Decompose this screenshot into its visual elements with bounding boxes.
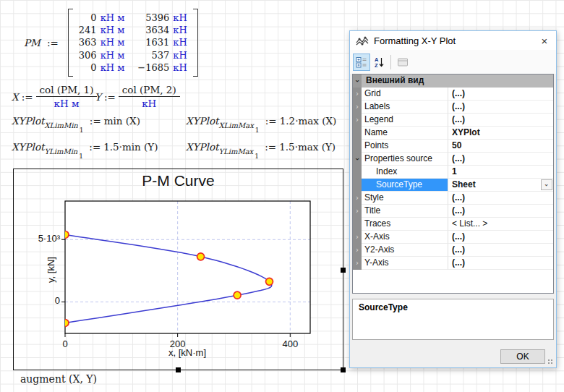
property-row[interactable]: ›Labels(...): [353, 101, 553, 114]
row-gutter[interactable]: ›: [353, 101, 362, 114]
property-value[interactable]: < List... >: [448, 218, 553, 231]
property-name[interactable]: Legend: [362, 114, 448, 127]
chevron-right-icon[interactable]: ›: [356, 116, 359, 124]
row-gutter[interactable]: [353, 127, 362, 140]
chevron-right-icon[interactable]: ›: [356, 234, 359, 241]
xy-plot-region[interactable]: P-M Curve y, [kN] x, [kN·m] 020040005·10…: [13, 169, 343, 370]
close-icon[interactable]: ×: [533, 31, 556, 50]
row-gutter[interactable]: [353, 218, 362, 231]
y-denominator-unit: кН: [119, 97, 180, 109]
property-row[interactable]: Points50: [353, 140, 553, 153]
y-numerator: col (PM, 2): [119, 84, 180, 97]
property-row[interactable]: ›X-Axis(...): [353, 231, 553, 244]
row-gutter[interactable]: ›: [353, 244, 362, 257]
property-value[interactable]: (...): [448, 257, 553, 270]
property-row[interactable]: ›Grid(...): [353, 88, 553, 101]
matrix-cell-value: 3634: [145, 24, 169, 36]
xlimmax-definition[interactable]: XYPlotXLimMax1 :=1.2·max (X): [186, 115, 336, 134]
property-row[interactable]: SourceTypeSheet›: [353, 179, 553, 192]
property-grid: ›Внешний вид›Grid(...)›Labels(...)›Legen…: [352, 74, 554, 294]
property-value[interactable]: XYPlot: [448, 127, 553, 140]
property-name[interactable]: Points: [362, 140, 448, 153]
property-name[interactable]: SourceType: [362, 179, 448, 192]
chevron-right-icon[interactable]: ›: [356, 195, 359, 202]
matrix-cell-value: 537: [152, 49, 170, 61]
chevron-down-icon[interactable]: ›: [354, 158, 361, 161]
resize-handle-corner[interactable]: [341, 367, 346, 372]
xlimmin-definition[interactable]: XYPlotXLimMin1 :=min (X): [12, 115, 140, 134]
plot-input-expression[interactable]: augment (X, Y): [20, 373, 97, 385]
property-value[interactable]: 1: [448, 166, 553, 179]
property-name[interactable]: Title: [362, 205, 448, 218]
property-row[interactable]: ›Properties source(...): [353, 153, 553, 166]
resize-handle-right[interactable]: [341, 268, 346, 273]
property-row[interactable]: ›Y-Axis(...): [353, 257, 553, 270]
row-gutter[interactable]: ›: [353, 114, 362, 127]
category-row[interactable]: ›Внешний вид: [353, 74, 553, 88]
property-value[interactable]: (...): [448, 101, 553, 114]
chevron-right-icon[interactable]: ›: [356, 208, 359, 215]
property-row[interactable]: ›Title(...): [353, 205, 553, 218]
dialog-titlebar[interactable]: Formatting X-Y Plot ×: [350, 31, 556, 50]
property-value[interactable]: (...): [448, 231, 553, 244]
chevron-right-icon[interactable]: ›: [356, 247, 359, 254]
property-value[interactable]: (...): [448, 88, 553, 101]
row-gutter[interactable]: ›: [353, 192, 362, 205]
property-name[interactable]: Index: [362, 166, 448, 179]
row-gutter[interactable]: [353, 166, 362, 179]
property-name[interactable]: Y2-Axis: [362, 244, 448, 257]
chevron-right-icon[interactable]: ›: [356, 90, 359, 98]
ok-button[interactable]: OK: [500, 349, 545, 364]
row-gutter[interactable]: ›: [353, 231, 362, 244]
y-definition[interactable]: Y := col (PM, 2) кН: [95, 84, 180, 109]
chevron-right-icon[interactable]: ›: [356, 260, 359, 267]
x-definition[interactable]: X := col (PM, 1) кН м: [12, 84, 97, 109]
assign-operator: :=: [22, 91, 33, 103]
resize-grip[interactable]: [547, 359, 554, 365]
property-value[interactable]: (...): [448, 244, 553, 257]
matrix-cell-value: 0: [90, 61, 96, 74]
property-row[interactable]: ›Legend(...): [353, 114, 553, 127]
property-name[interactable]: Y-Axis: [362, 257, 448, 270]
property-row[interactable]: ›Style(...): [353, 192, 553, 205]
property-value[interactable]: (...): [448, 153, 553, 166]
property-name[interactable]: Name: [362, 127, 448, 140]
property-name[interactable]: Labels: [362, 101, 448, 114]
row-gutter[interactable]: ›: [353, 74, 362, 88]
row-gutter[interactable]: [353, 179, 362, 192]
ylimmin-definition[interactable]: XYPlotYLimMin1 :=1.5·min (Y): [12, 141, 158, 160]
property-name[interactable]: Style: [362, 192, 448, 205]
row-gutter[interactable]: ›: [353, 257, 362, 270]
x-fraction: col (PM, 1) кН м: [36, 84, 98, 109]
property-pages-icon: [397, 56, 409, 68]
sort-alphabetical-button[interactable]: A Z: [370, 54, 388, 71]
property-row[interactable]: NameXYPlot: [353, 127, 553, 140]
property-name[interactable]: Properties source: [362, 153, 448, 166]
chevron-down-icon[interactable]: ›: [354, 80, 361, 82]
x-denominator-unit: кН м: [36, 97, 98, 109]
property-value[interactable]: 50: [448, 140, 553, 153]
property-name[interactable]: Grid: [362, 88, 448, 101]
property-row[interactable]: Index1: [353, 166, 553, 179]
property-pages-button[interactable]: [394, 54, 411, 71]
property-value[interactable]: (...): [448, 192, 553, 205]
categorized-view-button[interactable]: [353, 54, 370, 71]
property-row[interactable]: ›Y2-Axis(...): [353, 244, 553, 257]
row-gutter[interactable]: ›: [353, 205, 362, 218]
matrix-cell-unit: кН м: [97, 49, 125, 61]
chevron-right-icon[interactable]: ›: [356, 103, 359, 111]
resize-handle-bottom[interactable]: [176, 367, 181, 372]
assign-operator: :=: [47, 37, 59, 48]
property-name[interactable]: Traces: [362, 218, 448, 231]
matrix-definition-pm[interactable]: PM := 0кН м5396кН241кН м3634кН363кН м163…: [24, 9, 198, 77]
property-name[interactable]: X-Axis: [362, 231, 448, 244]
property-value[interactable]: (...): [448, 205, 553, 218]
row-gutter[interactable]: [353, 140, 362, 153]
row-gutter[interactable]: ›: [353, 153, 362, 166]
ylimmax-definition[interactable]: XYPlotYLimMax1 :=1.5·max (Y): [186, 141, 336, 160]
property-value[interactable]: Sheet›: [448, 179, 553, 192]
property-row[interactable]: Traces< List... >: [353, 218, 553, 231]
dropdown-button[interactable]: ›: [541, 179, 552, 190]
property-value[interactable]: (...): [448, 114, 553, 127]
row-gutter[interactable]: ›: [353, 88, 362, 101]
